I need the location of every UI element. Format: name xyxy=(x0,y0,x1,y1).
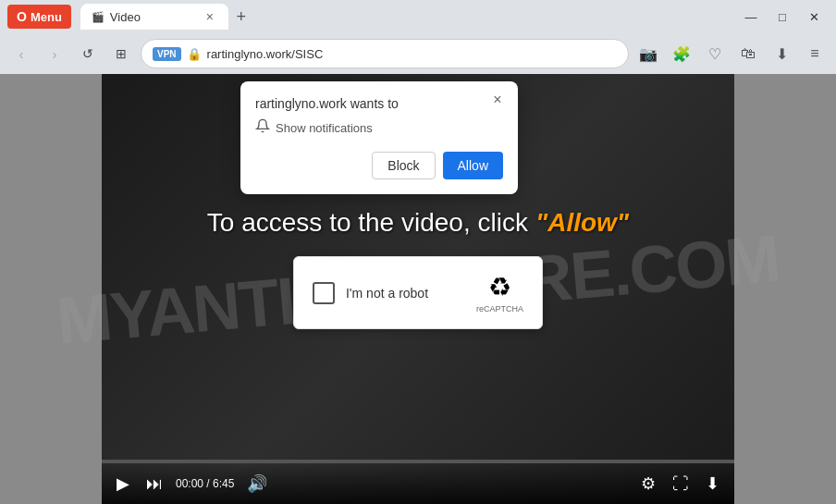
address-bar-icons: 📷 🧩 ♡ 🛍 ⬇ ≡ xyxy=(634,40,829,68)
notification-icon xyxy=(255,118,270,137)
menu-label: Menu xyxy=(31,10,62,24)
close-button[interactable]: ✕ xyxy=(799,4,829,30)
recaptcha-text: reCAPTCHA xyxy=(476,304,523,313)
popup-title-text: rartinglyno.work wants to xyxy=(255,96,399,111)
popup-subtitle-text: Show notifications xyxy=(276,121,373,135)
popup-close-button[interactable]: × xyxy=(486,89,509,111)
minimize-button[interactable]: — xyxy=(736,4,766,30)
recaptcha-logo: ♻ reCAPTCHA xyxy=(476,272,523,313)
recaptcha-label: I'm not a robot xyxy=(346,286,465,301)
active-tab[interactable]: 🎬 Video × xyxy=(80,4,228,30)
url-bar[interactable]: VPN 🔒 rartinglyno.work/SISC xyxy=(141,39,629,68)
grid-button[interactable]: ⊞ xyxy=(107,40,135,68)
recaptcha-icon: ♻ xyxy=(488,272,511,302)
refresh-button[interactable]: ↺ xyxy=(74,40,102,68)
browser-window: O Menu 🎬 Video × + — □ ✕ ‹ › ↺ ⊞ VPN 🔒 r… xyxy=(0,0,836,504)
video-container: MYANTISPYWARE.COM To access to the video… xyxy=(102,74,734,504)
popup-subtitle: Show notifications xyxy=(255,118,503,137)
lock-icon: 🔒 xyxy=(187,47,202,61)
forward-button[interactable]: › xyxy=(41,40,68,68)
opera-logo-icon: O xyxy=(17,9,27,24)
window-controls: — □ ✕ xyxy=(736,4,829,30)
extensions-icon-button[interactable]: 🧩 xyxy=(668,40,695,68)
recaptcha-box[interactable]: I'm not a robot ♻ reCAPTCHA xyxy=(293,256,543,329)
download-icon-button[interactable]: ⬇ xyxy=(768,40,795,68)
maximize-button[interactable]: □ xyxy=(768,4,797,30)
video-progress-bar[interactable] xyxy=(102,460,734,463)
block-button[interactable]: Block xyxy=(372,152,435,179)
notification-permission-popup: × rartinglyno.work wants to Show notific… xyxy=(240,81,518,194)
page-wrapper: MYANTISPYWARE.COM To access to the video… xyxy=(0,74,836,504)
favorites-icon-button[interactable]: ♡ xyxy=(701,40,729,68)
tab-bar: 🎬 Video × + xyxy=(80,4,732,30)
vpn-badge: VPN xyxy=(153,47,181,61)
tab-title: Video xyxy=(110,10,197,24)
allow-highlight-text: "Allow" xyxy=(535,208,629,238)
video-center-content: To access to the video, click "Allow" I'… xyxy=(207,208,629,329)
popup-title: rartinglyno.work wants to xyxy=(255,96,503,111)
address-bar: ‹ › ↺ ⊞ VPN 🔒 rartinglyno.work/SISC 📷 🧩 … xyxy=(0,33,836,74)
camera-icon-button[interactable]: 📷 xyxy=(634,40,662,68)
popup-actions: Block Allow xyxy=(255,152,503,179)
access-message: To access to the video, click "Allow" xyxy=(207,208,629,238)
url-text: rartinglyno.work/SISC xyxy=(207,47,324,61)
tab-close-button[interactable]: × xyxy=(203,7,217,26)
new-tab-button[interactable]: + xyxy=(228,4,254,30)
access-text-label: To access to the video, click xyxy=(207,208,528,238)
back-button[interactable]: ‹ xyxy=(7,40,35,68)
title-bar: O Menu 🎬 Video × + — □ ✕ xyxy=(0,0,836,33)
page-content: MYANTISPYWARE.COM To access to the video… xyxy=(0,74,836,504)
wallet-icon-button[interactable]: 🛍 xyxy=(734,40,762,68)
opera-menu-button[interactable]: O Menu xyxy=(7,5,71,29)
allow-button[interactable]: Allow xyxy=(443,152,503,179)
recaptcha-checkbox[interactable] xyxy=(313,282,335,304)
tab-favicon-icon: 🎬 xyxy=(92,11,104,23)
browser-menu-icon-button[interactable]: ≡ xyxy=(801,40,829,68)
